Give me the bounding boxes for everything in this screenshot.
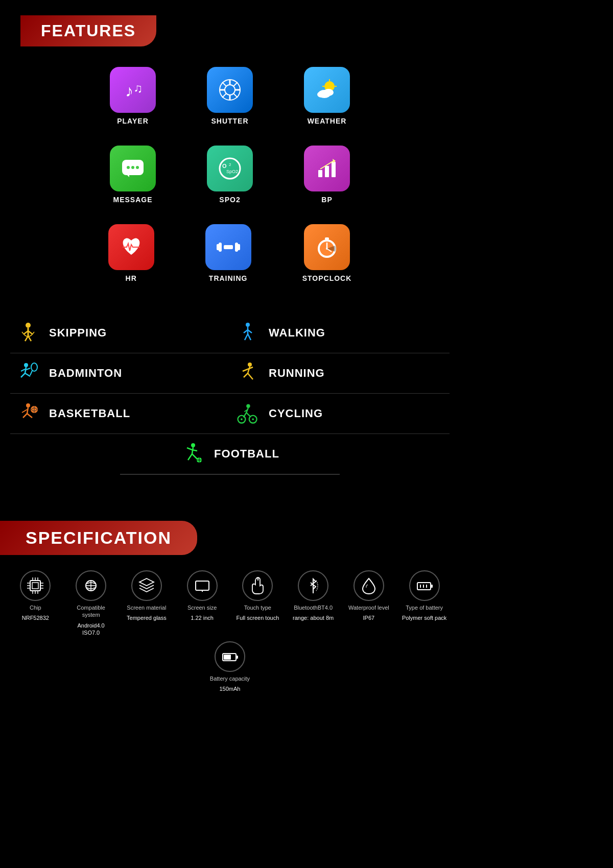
specification-header: SPECIFICATION [0,521,197,555]
spec-screen-size: Screen size 1.22 inch [179,570,225,622]
svg-marker-113 [139,578,154,586]
running-figure [235,360,261,386]
waterproof-value: IP67 [363,614,375,621]
spec-chip: Chip NRF52832 [12,570,58,622]
sport-skipping: SKIPPING [10,313,230,353]
battery-type-label: Type of battery [406,604,443,611]
spec-screen-material: Screen material Tempered glass [124,570,170,622]
sport-basketball: BASKETBALL [10,394,230,434]
app-stopclock[interactable]: STOPCLOCK [302,224,352,282]
svg-point-59 [26,403,30,407]
svg-point-66 [246,323,250,327]
svg-text:♪: ♪ [125,82,133,100]
spec-touch: Touch type Full screen touch [234,570,280,622]
svg-rect-32 [332,162,336,177]
svg-line-54 [25,373,30,376]
battery-type-value: Polymer soft pack [402,614,446,621]
touch-value: Full screen touch [236,614,279,621]
svg-marker-25 [126,174,129,177]
touch-icon [242,570,273,601]
badminton-label: BADMINTON [49,367,122,380]
compat-label: Compatible system [68,604,114,619]
svg-line-58 [30,371,32,375]
screen-size-label: Screen size [187,604,217,611]
app-player[interactable]: ♪ ♫ PLAYER [110,67,156,125]
running-label: RUNNING [269,367,325,380]
svg-line-75 [248,367,253,369]
svg-point-87 [191,443,195,447]
cycling-figure [235,401,261,426]
svg-point-78 [246,404,250,407]
svg-line-55 [21,369,25,371]
battery-cap-icon [215,641,245,672]
skipping-figure [15,320,41,346]
svg-rect-126 [236,656,238,659]
bluetooth-icon [298,570,328,601]
bluetooth-value: range: about 8m [293,614,334,621]
svg-line-53 [21,373,25,377]
badminton-figure [15,360,41,386]
svg-point-20 [317,91,325,98]
svg-line-71 [248,334,251,340]
chip-label: Chip [30,604,41,611]
app-weather[interactable]: WEATHER [304,67,350,125]
weather-icon [304,67,350,113]
spec-bluetooth: BluetoothBT4.0 range: about 8m [290,570,336,622]
screen-material-value: Tempered glass [127,614,167,621]
svg-rect-114 [196,581,209,590]
app-shutter[interactable]: SHUTTER [207,67,253,125]
app-message[interactable]: MESSAGE [110,146,156,204]
compat-icon [76,570,106,601]
spo2-label: SPO2 [219,196,240,204]
spec-grid: Chip NRF52832 Compatible system Android4… [0,555,460,703]
app-hr[interactable]: HR [108,224,154,282]
svg-line-77 [248,373,253,379]
svg-point-51 [24,363,28,367]
svg-line-61 [22,409,27,413]
svg-line-76 [244,373,248,377]
sport-walking: WALKING [230,313,450,353]
svg-line-73 [248,367,250,373]
svg-line-62 [23,414,27,418]
svg-point-72 [248,363,252,367]
svg-point-57 [31,363,37,371]
svg-line-63 [27,414,32,418]
svg-line-11 [233,82,238,86]
svg-rect-31 [325,166,329,177]
spec-battery-cap: Battery capacity 150mAh [207,641,253,693]
spec-compat: Compatible system Android4.0 ISO7.0 [68,570,114,636]
football-label: FOOTBALL [214,447,279,461]
app-bp[interactable]: BP [304,146,350,204]
chip-icon [20,570,51,601]
screen-material-icon [131,570,162,601]
message-label: MESSAGE [113,196,152,204]
svg-point-22 [127,166,130,169]
bp-icon [304,146,350,191]
spec-battery-type: Type of battery Polymer soft pack [402,570,447,622]
svg-line-60 [27,407,28,414]
svg-line-82 [246,413,250,416]
weather-label: WEATHER [308,117,347,125]
sport-running: RUNNING [230,353,450,394]
features-title: FEATURES [41,21,136,40]
compat-value: Android4.0 ISO7.0 [68,622,114,637]
sport-cycling: CYCLING [230,394,450,434]
svg-line-10 [233,93,238,98]
basketball-label: BASKETBALL [49,407,130,420]
svg-line-9 [222,82,226,86]
svg-rect-44 [325,237,329,240]
svg-point-24 [136,166,139,169]
app-spo2[interactable]: O 2 SpO2 SPO2 [207,146,253,204]
walking-label: WALKING [269,326,325,340]
svg-point-86 [252,418,254,420]
svg-text:♫: ♫ [133,81,143,95]
shutter-icon [207,67,253,113]
training-label: TRAINING [209,274,248,282]
svg-rect-34 [224,245,233,249]
app-training[interactable]: TRAINING [205,224,251,282]
waterproof-icon [353,570,384,601]
chip-value: NRF52832 [22,614,49,621]
svg-rect-96 [30,581,40,591]
shutter-label: SHUTTER [211,117,248,125]
svg-text:O: O [222,163,227,169]
